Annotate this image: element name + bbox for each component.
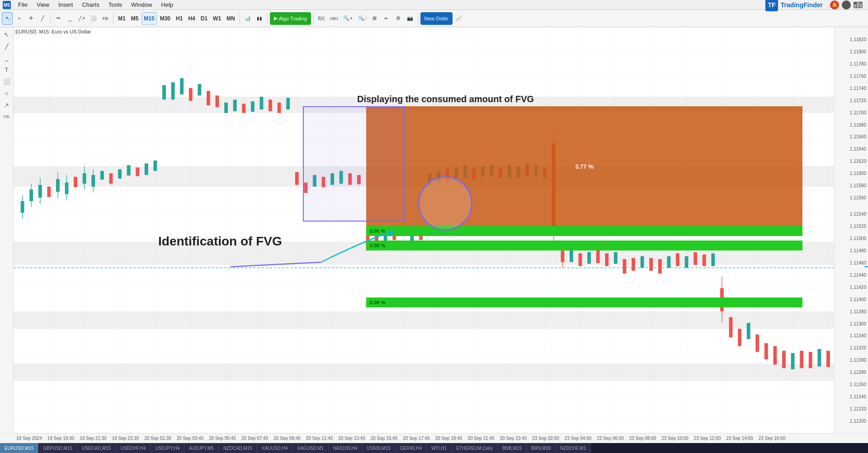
- svg-rect-87: [632, 258, 635, 271]
- properties-btn[interactable]: ⚙: [393, 12, 404, 25]
- algo-trading-btn[interactable]: ▶Algo Trading: [270, 12, 311, 25]
- timeframe-m1-btn[interactable]: M1: [116, 12, 128, 25]
- sym-tab-usdcad[interactable]: USDCAD,M15: [77, 443, 116, 453]
- draw-line-btn[interactable]: ╱: [1, 41, 12, 52]
- draw-hline-btn[interactable]: ⎯: [1, 52, 12, 63]
- price-label-11580: 1.11580: [850, 183, 866, 188]
- time-label-21: 23 Sep 12:00: [691, 436, 724, 441]
- horizontal-line-btn[interactable]: ⎯: [65, 12, 75, 25]
- draw-ellipse-btn[interactable]: ○: [1, 88, 12, 99]
- sym-tab-usdchf[interactable]: USDCHF,H4: [116, 443, 151, 453]
- time-label-4: 20 Sep 01:30: [142, 436, 174, 441]
- svg-rect-23: [65, 183, 69, 194]
- objects-btn[interactable]: OBJ: [328, 12, 340, 25]
- sym-tab-gbpusd[interactable]: GBPUSD,M15: [38, 443, 77, 453]
- menu-tools[interactable]: Tools: [104, 0, 127, 9]
- timeframe-m15-btn[interactable]: M15: [142, 12, 156, 25]
- draw-fib-btn[interactable]: Fib: [1, 111, 12, 122]
- sym-tab-usdjpy[interactable]: USDJPY,H4: [151, 443, 185, 453]
- svg-rect-86: [623, 259, 627, 274]
- zoom-in-btn[interactable]: 🔍+: [341, 12, 354, 25]
- fvg-identification-box: [303, 106, 405, 222]
- sym-tab-us500[interactable]: US500,M15: [362, 443, 396, 453]
- price-label-11700: 1.11700: [850, 110, 866, 115]
- price-label-11420: 1.11420: [850, 284, 866, 289]
- sym-tab-xagusd[interactable]: XAGUSD,M1: [292, 443, 329, 453]
- svg-rect-105: [791, 353, 795, 369]
- sym-tab-ger40[interactable]: GER40,H4: [396, 443, 427, 453]
- price-label-11220: 1.11220: [850, 406, 866, 411]
- svg-text:TF: TF: [768, 1, 776, 9]
- svg-rect-102: [764, 343, 768, 359]
- line-tool-btn[interactable]: ╱: [37, 12, 48, 25]
- menu-window[interactable]: Window: [127, 0, 156, 9]
- time-label-22: 23 Sep 14:00: [723, 436, 756, 441]
- menu-charts[interactable]: Charts: [77, 0, 104, 9]
- price-label-11520: 1.11520: [850, 224, 866, 229]
- svg-rect-104: [782, 351, 786, 368]
- svg-rect-37: [189, 88, 193, 101]
- sym-tab-bnb[interactable]: BNB,M15: [498, 443, 527, 453]
- svg-rect-82: [587, 252, 591, 264]
- svg-rect-21: [47, 187, 51, 197]
- draw-arrow-btn[interactable]: ↗: [1, 99, 12, 110]
- timeframe-h1-btn[interactable]: H1: [174, 12, 185, 25]
- timeframe-m5-btn[interactable]: M5: [129, 12, 141, 25]
- menu-view[interactable]: View: [32, 0, 54, 9]
- svg-rect-24: [74, 177, 77, 187]
- price-label-11260: 1.11260: [850, 382, 866, 387]
- svg-rect-41: [224, 103, 228, 113]
- chart-bar-icon[interactable]: [854, 2, 863, 8]
- add-btn[interactable]: ＋: [14, 12, 24, 25]
- svg-rect-40: [216, 95, 219, 107]
- indicators-btn[interactable]: f(x): [316, 12, 327, 25]
- timeframe-m30-btn[interactable]: M30: [158, 12, 173, 25]
- draw-rect-btn[interactable]: ⬜: [1, 76, 12, 87]
- left-toolbar: ↖ ╱ ⎯ T ⬜ ○ ↗ Fib: [0, 27, 14, 433]
- fibonacci-btn[interactable]: Fib: [100, 12, 111, 25]
- trading-panel-btn[interactable]: 📈: [453, 12, 464, 25]
- chart-viewport[interactable]: EURUSD, M15: Euro vs US Dollar: [14, 27, 834, 433]
- sym-tab-brn[interactable]: BRN,M30: [527, 443, 556, 453]
- svg-rect-26: [91, 175, 95, 187]
- timeframe-h4-btn[interactable]: H4: [186, 12, 197, 25]
- autoscroll-btn[interactable]: ⇤: [381, 12, 392, 25]
- zoom-out-btn[interactable]: 🔍-: [356, 12, 368, 25]
- menu-insert[interactable]: Insert: [54, 0, 78, 9]
- menu-help[interactable]: Help: [156, 0, 178, 9]
- svg-rect-84: [605, 253, 609, 266]
- new-order-btn[interactable]: New Order: [420, 12, 453, 25]
- timeframe-mn-btn[interactable]: MN: [224, 12, 237, 25]
- sym-tab-nzdcad[interactable]: NZDCAD,M15: [219, 443, 257, 453]
- sym-tab-audjpy[interactable]: AUDJPY,M5: [184, 443, 219, 453]
- draw-text-btn[interactable]: T: [1, 64, 12, 75]
- svg-rect-88: [641, 256, 644, 268]
- time-label-14: 20 Sep 21:45: [465, 436, 497, 441]
- sym-tab-ethereum[interactable]: ETHEREUM,Daily: [452, 443, 498, 453]
- bar-chart-btn[interactable]: ▮▮: [254, 12, 265, 25]
- chart-type-btn[interactable]: 📊: [242, 12, 253, 25]
- sym-tab-nas100[interactable]: NAS100,H4: [329, 443, 362, 453]
- svg-rect-107: [809, 352, 812, 368]
- trend-line-btn[interactable]: ╱↗: [76, 12, 87, 25]
- profile-icon[interactable]: [842, 0, 851, 9]
- screenshot-btn[interactable]: 📷: [405, 12, 415, 25]
- svg-rect-22: [56, 179, 60, 192]
- sym-tab-wti[interactable]: WTI,H1: [427, 443, 452, 453]
- menu-file[interactable]: File: [14, 0, 32, 9]
- shapes-btn[interactable]: ⬜: [88, 12, 99, 25]
- pen-tool-btn[interactable]: ✏: [53, 12, 64, 25]
- sym-tab-eurusd[interactable]: EURUSD,M15: [0, 443, 38, 453]
- select-tool-btn[interactable]: ↖: [1, 29, 12, 40]
- annotation-identification: Identification of FVG: [158, 234, 282, 249]
- svg-rect-93: [685, 256, 689, 268]
- time-axis: 19 Sep 2024 19 Sep 19:30 19 Sep 21:30 19…: [0, 433, 868, 443]
- sym-tab-nzdchf[interactable]: NZDCHF,M1: [556, 443, 591, 453]
- crosshair-btn[interactable]: ✛: [25, 12, 36, 25]
- timeframe-d1-btn[interactable]: D1: [198, 12, 210, 25]
- cursor-tool-btn[interactable]: ↖: [2, 12, 13, 25]
- notifications-icon[interactable]: 🔔: [830, 0, 839, 9]
- grid-btn[interactable]: ⊞: [369, 12, 380, 25]
- sym-tab-xauusd[interactable]: XAUUSD,H4: [257, 443, 292, 453]
- timeframe-w1-btn[interactable]: W1: [211, 12, 223, 25]
